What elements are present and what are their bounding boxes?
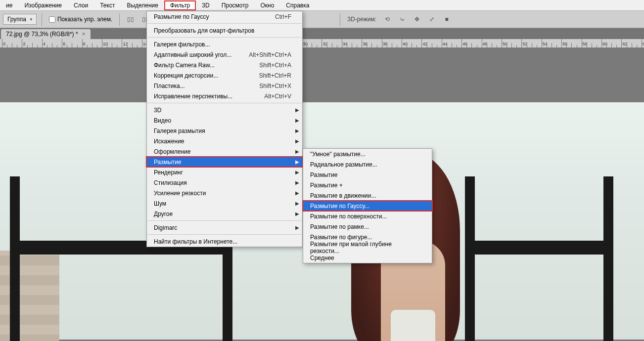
menu-item-label: Найти фильтры в Интернете... xyxy=(154,238,237,245)
close-icon[interactable]: × xyxy=(82,31,86,38)
menu-item[interactable]: Галерея размытия▶ xyxy=(147,126,302,136)
show-controls-input[interactable] xyxy=(49,16,55,23)
toolbar-separator xyxy=(119,13,120,26)
zoom-icon[interactable]: ■ xyxy=(441,13,453,25)
menu-3d[interactable]: 3D xyxy=(196,0,215,10)
menu-item[interactable]: Искажение▶ xyxy=(147,136,302,146)
submenu-item[interactable]: Размытие в движении... xyxy=(303,190,432,201)
menu-item-shortcut: Alt+Shift+Ctrl+A xyxy=(249,51,291,58)
menu-item[interactable]: Преобразовать для смарт-фильтров xyxy=(147,25,302,36)
ruler-number: 8 xyxy=(83,42,86,46)
filter-menu-dropdown[interactable]: Размытие по ГауссуCtrl+FПреобразовать дл… xyxy=(146,11,303,247)
chevron-right-icon: ▶ xyxy=(295,149,299,154)
submenu-item[interactable]: Среднее xyxy=(303,253,432,263)
chevron-right-icon: ▶ xyxy=(295,118,299,123)
submenu-item-label: Размытие + xyxy=(310,182,343,189)
chevron-right-icon: ▶ xyxy=(295,138,299,144)
menu-item-label: Галерея фильтров... xyxy=(154,41,210,48)
menu-item[interactable]: Галерея фильтров... xyxy=(147,39,302,49)
menu-item-shortcut: Alt+Ctrl+V xyxy=(264,93,291,100)
menu-image[interactable]: Изображение xyxy=(18,0,68,10)
chevron-right-icon: ▶ xyxy=(295,180,299,185)
menu-item-label: Видео xyxy=(154,117,171,124)
submenu-item-label: Среднее xyxy=(310,255,334,261)
window-frame xyxy=(465,241,613,255)
menu-item-label: Исправление перспективы... xyxy=(154,93,232,100)
menu-layers[interactable]: Слои xyxy=(68,0,94,10)
menu-item[interactable]: Шум▶ xyxy=(147,198,302,209)
menu-item-label: Искажение xyxy=(154,138,184,145)
submenu-item[interactable]: Размытие при малой глубине резкости... xyxy=(303,242,432,253)
submenu-item[interactable]: Размытие xyxy=(303,170,432,180)
blur-submenu-dropdown[interactable]: "Умное" размытие...Радиальное размытие..… xyxy=(303,148,432,263)
menu-item[interactable]: Исправление перспективы...Alt+Ctrl+V xyxy=(147,91,302,101)
submenu-item[interactable]: "Умное" размытие... xyxy=(303,149,432,159)
menu-item-label: Размытие xyxy=(154,159,181,166)
options-toolbar: Группа ▼ Показать упр. элем. ▯▯ ▯▯ ▯▯ 3D… xyxy=(0,11,644,28)
menu-edit[interactable]: ие xyxy=(0,0,18,10)
menu-item-label: Другое xyxy=(154,211,173,217)
submenu-item[interactable]: Размытие по поверхности... xyxy=(303,211,432,221)
group-dropdown[interactable]: Группа ▼ xyxy=(3,14,37,25)
orbit-icon[interactable]: ⟲ xyxy=(381,13,393,25)
menu-item[interactable]: 3D▶ xyxy=(147,105,302,115)
menu-view[interactable]: Просмотр xyxy=(216,0,255,10)
document-tab[interactable]: 72.jpg @ 73,3% (RGB/8*) * × xyxy=(1,29,91,39)
submenu-item[interactable]: Радиальное размытие... xyxy=(303,159,432,170)
menu-item-label: Оформление xyxy=(154,148,190,155)
menu-item[interactable]: Рендеринг▶ xyxy=(147,167,302,177)
menu-item-label: Усиление резкости xyxy=(154,190,206,197)
menu-item-label: Галерея размытия xyxy=(154,128,205,134)
menu-text[interactable]: Текст xyxy=(94,0,121,10)
menu-item[interactable]: Найти фильтры в Интернете... xyxy=(147,236,302,247)
subject-shirt xyxy=(391,310,435,341)
menu-item[interactable]: Digimarc▶ xyxy=(147,222,302,233)
submenu-item-label: Размытие по поверхности... xyxy=(310,213,387,220)
chevron-right-icon: ▶ xyxy=(295,170,299,175)
submenu-item-label: Размытие по рамке... xyxy=(310,223,369,230)
menu-item-shortcut: Shift+Ctrl+X xyxy=(259,83,291,89)
chevron-right-icon: ▶ xyxy=(295,128,299,133)
submenu-item[interactable]: Размытие + xyxy=(303,180,432,190)
chevron-down-icon: ▼ xyxy=(29,17,33,22)
menu-item[interactable]: Размытие по ГауссуCtrl+F xyxy=(147,11,302,22)
window-frame xyxy=(465,176,475,341)
menu-item[interactable]: Адаптивный широкий угол...Alt+Shift+Ctrl… xyxy=(147,49,302,60)
menu-item-label: Стилизация xyxy=(154,179,187,186)
ruler-number: 2 xyxy=(23,42,25,46)
menu-item[interactable]: Другое▶ xyxy=(147,209,302,219)
menu-item[interactable]: Стилизация▶ xyxy=(147,177,302,188)
chevron-right-icon: ▶ xyxy=(295,225,299,230)
chevron-right-icon: ▶ xyxy=(295,190,299,196)
menubar: ие Изображение Слои Текст Выделение Филь… xyxy=(0,0,644,11)
menu-help[interactable]: Справка xyxy=(280,0,315,10)
chevron-right-icon: ▶ xyxy=(295,201,299,206)
document-tab-title: 72.jpg @ 73,3% (RGB/8*) * xyxy=(6,31,78,38)
ruler-number: 6 xyxy=(63,42,65,46)
menu-item-label: Размытие по Гауссу xyxy=(154,13,209,20)
ruler-number: 0 xyxy=(3,42,5,46)
align-left-icon[interactable]: ▯▯ xyxy=(125,13,137,25)
mode3d-label: 3D-режим: xyxy=(345,16,378,23)
menu-item[interactable]: Видео▶ xyxy=(147,115,302,126)
submenu-item[interactable]: Размытие по рамке... xyxy=(303,221,432,232)
ruler-number: 4 xyxy=(43,42,46,46)
menu-item[interactable]: Усиление резкости▶ xyxy=(147,188,302,198)
menu-item-label: Адаптивный широкий угол... xyxy=(154,51,231,58)
roll-icon[interactable]: ⤿ xyxy=(396,13,408,25)
menu-item[interactable]: Пластика...Shift+Ctrl+X xyxy=(147,81,302,91)
menu-filter[interactable]: Фильтр xyxy=(164,0,196,10)
menu-item[interactable]: Фильтр Camera Raw...Shift+Ctrl+A xyxy=(147,60,302,70)
menu-select[interactable]: Выделение xyxy=(121,0,164,10)
submenu-item[interactable]: Размытие по Гауссу... xyxy=(303,201,432,211)
pan-icon[interactable]: ✥ xyxy=(411,13,423,25)
window-frame xyxy=(603,176,613,341)
menu-item[interactable]: Оформление▶ xyxy=(147,146,302,157)
slide-icon[interactable]: ⤢ xyxy=(426,13,438,25)
submenu-item-label: Размытие по Гауссу... xyxy=(310,203,369,210)
show-controls-checkbox[interactable]: Показать упр. элем. xyxy=(47,16,114,23)
menu-item[interactable]: Размытие▶ xyxy=(147,157,302,167)
menu-window[interactable]: Окно xyxy=(254,0,280,10)
menu-item[interactable]: Коррекция дисторсии...Shift+Ctrl+R xyxy=(147,70,302,81)
menu-item-shortcut: Shift+Ctrl+R xyxy=(259,72,291,79)
